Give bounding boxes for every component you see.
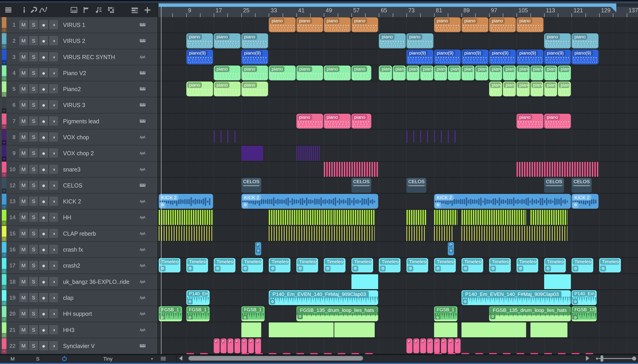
- solo-button[interactable]: S: [29, 84, 38, 94]
- gear-icon[interactable]: ⚙: [572, 202, 578, 208]
- clip-KICK 2[interactable]: KICK 2⚙: [572, 194, 598, 209]
- track-row[interactable]: ~6MS●◑VIRUS 3: [0, 97, 158, 113]
- clip-piano[interactable]: piano: [544, 114, 571, 128]
- clip-Timeless[interactable]: Timeless⚙: [214, 258, 236, 272]
- clipped-track-clip-top[interactable]: [475, 353, 483, 354]
- clipped-track-clip-top[interactable]: [310, 353, 318, 354]
- track-name[interactable]: Pigments lead: [63, 114, 99, 129]
- clip-piano[interactable]: piano: [544, 33, 571, 48]
- record-arm-button[interactable]: ●: [39, 341, 48, 351]
- clip-piano[interactable]: piano: [406, 33, 434, 48]
- clipped-track-clip-top[interactable]: [558, 353, 566, 354]
- clip[interactable]: [296, 146, 320, 160]
- menu-icon[interactable]: [4, 6, 12, 14]
- monitor-button[interactable]: ◑: [49, 244, 58, 254]
- clipped-track-clip-top[interactable]: [516, 353, 524, 354]
- clip-Timeless[interactable]: Timeless⚙: [599, 258, 621, 272]
- solo-button[interactable]: S: [29, 100, 38, 110]
- mute-button[interactable]: M: [19, 100, 28, 110]
- automation-lane-icon[interactable]: ~: [2, 269, 6, 274]
- solo-button[interactable]: S: [29, 36, 38, 46]
- gear-icon[interactable]: ⚙: [242, 202, 248, 208]
- monitor-button[interactable]: ◑: [49, 148, 58, 158]
- track-name[interactable]: VOX chop: [63, 130, 89, 145]
- clip-piano[interactable]: piano: [530, 66, 544, 80]
- automation-lane-icon[interactable]: ~: [2, 172, 6, 177]
- clipped-track-clip-top[interactable]: [296, 353, 304, 354]
- track-row[interactable]: ~15MS●◑CLAP reberb: [0, 226, 158, 242]
- clip[interactable]: [434, 322, 458, 337]
- clip[interactable]: [448, 130, 449, 143]
- playhead[interactable]: [161, 7, 162, 354]
- loop-range-bar[interactable]: [159, 4, 616, 7]
- solo-button[interactable]: S: [29, 132, 38, 142]
- record-arm-button[interactable]: ●: [39, 228, 48, 238]
- clip-piano(9)[interactable]: piano(9): [489, 50, 516, 64]
- track-name[interactable]: snare3: [63, 162, 80, 177]
- mute-button[interactable]: M: [19, 180, 28, 190]
- solo-button[interactable]: S: [29, 325, 38, 335]
- clipped-track-clip-top[interactable]: [283, 353, 290, 354]
- clip-piano[interactable]: piano: [516, 114, 544, 128]
- clip[interactable]: [220, 130, 222, 143]
- monitor-button[interactable]: ◑: [49, 84, 58, 94]
- clip[interactable]: [434, 226, 454, 241]
- clip[interactable]: [530, 322, 568, 337]
- mute-button[interactable]: M: [19, 132, 28, 142]
- clip-Timeless[interactable]: Timeless⚙: [406, 258, 428, 272]
- clip[interactable]: [420, 130, 421, 143]
- clip-P[interactable]: P:: [448, 338, 454, 353]
- gear-icon[interactable]: ⚙: [270, 266, 276, 272]
- solo-button[interactable]: S: [29, 164, 38, 174]
- record-arm-button[interactable]: ●: [39, 276, 48, 286]
- loop-end-flag[interactable]: [611, 7, 616, 12]
- clip-KICK 2[interactable]: KICK 2⚙: [434, 194, 571, 209]
- monitor-button[interactable]: ◑: [49, 68, 58, 78]
- clip[interactable]: [544, 274, 571, 289]
- clip[interactable]: [269, 226, 375, 241]
- clip-P[interactable]: P:: [220, 338, 226, 353]
- record-arm-button[interactable]: ●: [39, 100, 48, 110]
- automation-lane-icon[interactable]: ~: [2, 28, 6, 33]
- clip-piano[interactable]: piano: [558, 66, 571, 80]
- automation-lane-icon[interactable]: ~: [2, 349, 6, 354]
- tracklist-icon[interactable]: [130, 6, 139, 14]
- automation-lane-icon[interactable]: ~: [2, 333, 6, 338]
- clip-FGSB_135_drum_loop_lies_hats[interactable]: FGSB_135_drum_loop_lies_hats⚙: [296, 306, 378, 321]
- track-row[interactable]: ~9MS●◑VOX chop 2: [0, 146, 158, 162]
- automation-lane-icon[interactable]: ~: [2, 108, 6, 113]
- clip[interactable]: [462, 322, 526, 337]
- clip-piano[interactable]: piano: [516, 17, 544, 32]
- clip-piano[interactable]: piano: [462, 66, 474, 80]
- clip-KICK 2[interactable]: KICK 2⚙: [241, 194, 378, 209]
- track-row[interactable]: ~8MS●◑VOX chop: [0, 130, 158, 146]
- track-name[interactable]: KICK 2: [63, 194, 81, 209]
- automation-lane-icon[interactable]: ~: [2, 140, 6, 145]
- clip-piano[interactable]: piano: [503, 82, 516, 96]
- gear-icon[interactable]: ⚙: [160, 266, 166, 272]
- global-mute-button[interactable]: M: [10, 355, 14, 363]
- automation-lane-icon[interactable]: ~: [2, 236, 6, 241]
- automation-lane-icon[interactable]: ~: [2, 285, 6, 290]
- clip-piano[interactable]: piano: [269, 66, 296, 80]
- clip-piano[interactable]: piano: [324, 114, 351, 128]
- mute-button[interactable]: M: [19, 308, 28, 318]
- clip-Timeless[interactable]: Timeless⚙: [434, 258, 456, 272]
- clip-Timeless[interactable]: Timeless⚙: [379, 258, 400, 272]
- clip[interactable]: [214, 130, 215, 143]
- monitor-button[interactable]: ◑: [49, 36, 58, 46]
- clip-piano[interactable]: piano: [241, 66, 268, 80]
- track-name[interactable]: CELOS: [63, 178, 82, 193]
- record-arm-button[interactable]: ●: [39, 164, 48, 174]
- clip-piano[interactable]: piano: [379, 33, 406, 48]
- mute-button[interactable]: M: [19, 68, 28, 78]
- monitor-button[interactable]: ◑: [49, 341, 58, 351]
- solo-button[interactable]: S: [29, 148, 38, 158]
- clip-Timeless[interactable]: Timeless⚙: [159, 258, 180, 272]
- clipped-track-clip-top[interactable]: [489, 353, 497, 354]
- gear-icon[interactable]: ⚙: [297, 266, 303, 272]
- track-name[interactable]: HH3: [63, 322, 74, 338]
- solo-button[interactable]: S: [29, 244, 38, 254]
- mute-button[interactable]: M: [19, 196, 28, 206]
- automation-lane-icon[interactable]: ~: [2, 188, 6, 193]
